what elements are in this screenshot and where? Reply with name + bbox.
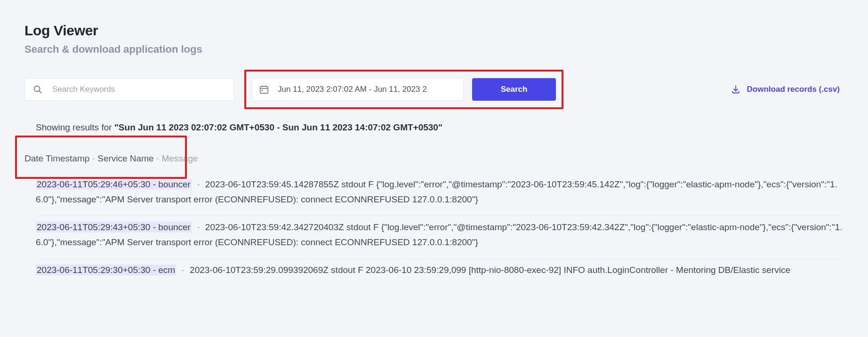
daterange-highlight-frame: Search	[244, 70, 563, 109]
download-csv-link[interactable]: Download records (.csv)	[731, 85, 844, 94]
results-showing-prefix: Showing results for	[36, 122, 114, 132]
search-button[interactable]: Search	[472, 78, 556, 101]
log-entries: 2023-06-11T05:29:46+05:30 - bouncer - 20…	[36, 173, 844, 286]
svg-line-1	[39, 91, 41, 93]
col-sep-2: -	[156, 153, 162, 163]
results-columns-header: Date Timestamp - Service Name - Message	[24, 153, 198, 164]
search-keywords-wrap	[24, 78, 234, 101]
search-icon	[32, 84, 43, 95]
log-message: 2023-06-10T23:59:29.099392069Z stdout F …	[190, 265, 790, 275]
page-subtitle: Search & download application logs	[24, 43, 844, 56]
col-timestamp: Date Timestamp	[24, 153, 89, 163]
col-message: Message	[161, 153, 198, 163]
svg-rect-2	[260, 87, 268, 94]
log-sep: -	[194, 222, 202, 232]
results-range-text: "Sun Jun 11 2023 02:07:02 GMT+0530 - Sun…	[114, 122, 442, 132]
log-row: 2023-06-11T05:29:30+05:30 - ecm - 2023-0…	[36, 259, 844, 286]
results-header-highlight: Date Timestamp - Service Name - Message	[15, 136, 198, 164]
date-range-input[interactable]	[278, 85, 457, 94]
download-label: Download records (.csv)	[747, 85, 840, 94]
page-title: Log Viewer	[24, 23, 844, 39]
results-showing: Showing results for "Sun Jun 11 2023 02:…	[36, 122, 844, 133]
col-service: Service Name	[97, 153, 153, 163]
download-icon	[731, 85, 740, 94]
log-row: 2023-06-11T05:29:43+05:30 - bouncer - 20…	[36, 216, 844, 259]
log-sep: -	[179, 265, 187, 275]
log-sep: -	[194, 179, 202, 189]
log-viewer-page: Log Viewer Search & download application…	[0, 0, 868, 286]
calendar-icon	[259, 84, 269, 95]
controls-row: Search Download records (.csv)	[24, 70, 844, 109]
log-prefix: 2023-06-11T05:29:30+05:30 - ecm	[36, 265, 176, 275]
log-row: 2023-06-11T05:29:46+05:30 - bouncer - 20…	[36, 173, 844, 216]
svg-rect-6	[262, 90, 263, 91]
search-keywords-input[interactable]	[52, 85, 226, 94]
log-prefix: 2023-06-11T05:29:43+05:30 - bouncer	[36, 222, 192, 233]
date-range-wrap	[252, 78, 464, 101]
col-sep-1: -	[92, 153, 98, 163]
log-prefix: 2023-06-11T05:29:46+05:30 - bouncer	[36, 179, 192, 190]
